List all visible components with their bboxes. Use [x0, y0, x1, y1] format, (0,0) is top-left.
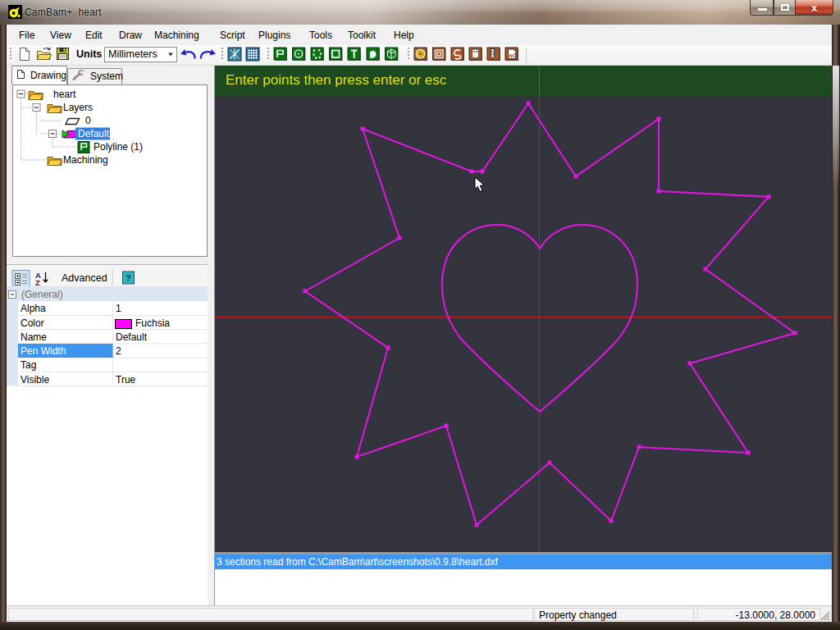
svg-text:Alpha: Alpha	[21, 303, 46, 314]
svg-text:Millimeters: Millimeters	[108, 48, 158, 60]
svg-text:Advanced: Advanced	[62, 272, 107, 284]
svg-text:Default: Default	[116, 331, 148, 343]
svg-text:2: 2	[116, 345, 121, 357]
svg-text:Name: Name	[21, 331, 47, 343]
svg-text:Machining: Machining	[63, 154, 108, 166]
svg-text:(General): (General)	[21, 289, 63, 300]
svg-text:0: 0	[85, 115, 91, 126]
svg-text:NC: NC	[509, 53, 517, 58]
svg-text:1: 1	[116, 303, 121, 314]
svg-text:Fuchsia: Fuchsia	[135, 317, 170, 329]
svg-text:Polyline (1): Polyline (1)	[94, 141, 143, 153]
svg-text:heart: heart	[53, 89, 76, 100]
svg-text:?: ?	[126, 273, 131, 283]
svg-text:Default: Default	[78, 128, 110, 139]
svg-text:Layers: Layers	[63, 102, 93, 113]
svg-text:Units: Units	[76, 48, 102, 60]
svg-text:Pen Width: Pen Width	[21, 345, 66, 357]
svg-text:Tag: Tag	[21, 359, 36, 371]
svg-text:Visible: Visible	[21, 374, 49, 386]
svg-text:True: True	[116, 374, 136, 386]
svg-text:Color: Color	[21, 317, 44, 329]
